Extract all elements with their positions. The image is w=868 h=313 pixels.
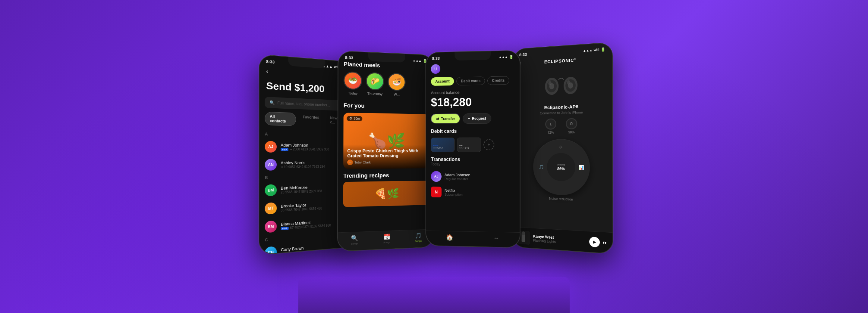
phone2-status-icons: ▲▲▲ 🔋 — [412, 58, 427, 63]
phone3-status-icons: ▲▲▲ 🔋 — [499, 55, 514, 59]
tx-item-netflix[interactable]: N Netflix Subscription — [426, 184, 520, 201]
search-icon: 🔍 — [270, 100, 275, 105]
back-button[interactable]: ‹ — [266, 68, 268, 75]
playback-controls: ▶ ⏭ — [589, 237, 608, 248]
tab-credits[interactable]: Credits — [487, 76, 509, 85]
phone2-time: 8:33 — [345, 55, 353, 60]
balance-amount: $18,280 — [426, 94, 520, 114]
nav-music[interactable]: 🎵 Songs — [415, 232, 422, 242]
avatar-brooke: BT — [265, 202, 277, 215]
featured-title: Crispy Pesto Chicken Thighs With Grated … — [347, 148, 425, 158]
banking-tabs: Account Debit cards Credits — [426, 76, 520, 91]
phone-3: 8:33 ▲▲▲ 🔋 U Account Debit cards Credits… — [426, 50, 520, 248]
tab-account[interactable]: Account — [431, 77, 454, 86]
tab-debit-cards[interactable]: Debit cards — [456, 76, 485, 85]
calendar-nav-icon: 📅 — [383, 233, 390, 240]
card-visa-1[interactable]: VISA ****5620 — [431, 138, 455, 152]
request-icon: + — [468, 116, 470, 121]
phone3-screen: 8:33 ▲▲▲ 🔋 U Account Debit cards Credits… — [426, 50, 520, 247]
phone4-time: 8:33 — [519, 52, 527, 57]
phone4-battery: 🔋 — [601, 47, 606, 52]
p1-search-placeholder: Full name, tag, phone number... — [277, 101, 330, 107]
meal-today-label: Today — [348, 91, 358, 95]
avatar-carly: CB — [265, 246, 277, 255]
battery-right: R 90% — [566, 118, 577, 134]
music-nav-icon: 🎵 — [415, 232, 422, 239]
tx-name-netflix: Netflix — [444, 188, 463, 193]
transactions-section: Transactions Today — [426, 157, 520, 169]
battery-right-value: 90% — [568, 131, 575, 134]
volume-center[interactable]: Volume 86% — [547, 153, 575, 181]
tab-all-contacts[interactable]: All contacts — [265, 112, 296, 126]
add-card-button[interactable]: + — [484, 139, 494, 150]
brand-logo: ECLIPSONIC® — [544, 58, 576, 64]
play-button[interactable]: ▶ — [589, 237, 600, 247]
trending-title: Trending recipes — [338, 168, 433, 182]
meal-thu-img: 🌮 — [366, 72, 384, 90]
nav-search[interactable]: 🔍 Songs — [351, 235, 358, 245]
avatar-bianca: BM — [265, 220, 277, 233]
avatar-adam: AJ — [265, 141, 277, 152]
tab-favorites[interactable]: Favorites — [299, 113, 324, 127]
phones-container: 8:33 ▲▲▲ wifi 🔋 ‹ Send $1,200 🔍 Full nam… — [256, 48, 612, 265]
track-info: Kanye West Flashing Lights — [533, 234, 586, 246]
request-button[interactable]: + Request — [463, 113, 491, 124]
avatar-ben: BM — [265, 184, 277, 196]
tx-type-netflix: Subscription — [444, 193, 463, 197]
home-nav-icon[interactable]: 🏠 — [446, 234, 453, 241]
card-2[interactable]: ●● ****1227 — [457, 138, 481, 152]
tx-avatar-adam: AJ — [431, 171, 441, 182]
transfer-nav-icon[interactable]: ↔ — [493, 235, 499, 242]
timer-badge: ⏱ 30m — [347, 116, 362, 121]
meal-today-img: 🥗 — [344, 71, 362, 90]
nav-calendar[interactable]: 📅 Songs — [383, 233, 391, 244]
control-ring[interactable]: ✈ 🎵 📊 Volume 86% — [533, 139, 590, 196]
phone3-status-bar: 8:33 ▲▲▲ 🔋 — [426, 50, 520, 62]
phone-2: 8:33 ▲▲▲ 🔋 Planed meels 🥗 Today 🌮 Thuesd… — [337, 50, 434, 252]
meal-thu-label: Thuesday — [367, 92, 382, 96]
tx-info-adam: Adam Johnson Regular transfer — [444, 172, 470, 181]
author-name: Toby Clark — [354, 161, 371, 164]
user-avatar-bank[interactable]: U — [431, 64, 440, 74]
battery-row: L 72% R 90% — [513, 117, 613, 139]
signal-icon: ▲▲▲ — [322, 64, 333, 69]
meal-today[interactable]: 🥗 Today — [344, 71, 362, 95]
action-buttons: ⇄ Transfer + Request — [426, 113, 520, 129]
battery-left: L 72% — [545, 118, 556, 134]
phone3-signal: ▲▲▲ — [499, 55, 508, 59]
transfer-label: Transfer — [441, 116, 455, 121]
phone1-time: 8:33 — [266, 59, 275, 64]
wifi-ring-icon: ✈ — [559, 145, 563, 150]
meal-wed[interactable]: 🍜 W... — [388, 73, 406, 96]
nav-calendar-label: Songs — [383, 241, 391, 244]
card-logo-2: ●● — [459, 144, 479, 147]
battery-left-value: 72% — [548, 131, 554, 134]
contact-name-adam: Adam Johnson — [281, 143, 347, 148]
transfer-button[interactable]: ⇄ Transfer — [431, 113, 461, 124]
headphone-area — [513, 65, 613, 105]
volume-value: 86% — [557, 167, 565, 171]
battery-left-circle: L — [545, 118, 556, 130]
platform — [299, 277, 569, 313]
clock-icon: ⏱ — [349, 117, 352, 120]
card-overlay: Crispy Pesto Chicken Thighs With Grated … — [343, 144, 429, 169]
transfer-icon: ⇄ — [436, 117, 439, 121]
phone4-status-icons: ▲▲▲ wifi 🔋 — [583, 47, 606, 53]
request-label: Request — [472, 116, 486, 121]
tx-info-netflix: Netflix Subscription — [444, 188, 463, 196]
skip-button[interactable]: ⏭ — [602, 240, 608, 246]
meal-thuesday[interactable]: 🌮 Thuesday — [366, 72, 384, 96]
meals-scroll: 🥗 Today 🌮 Thuesday 🍜 W... — [338, 71, 433, 102]
trending-card[interactable]: 🍕🌿 — [343, 181, 429, 207]
contact-detail-adam: VISA•• 2300 4123 5541 5932 350 — [281, 147, 347, 151]
nav-music-label: Songs — [415, 240, 422, 243]
contact-info-adam: Adam Johnson VISA•• 2300 4123 5541 5932 … — [281, 143, 347, 151]
search-nav-icon: 🔍 — [351, 235, 358, 242]
tx-item-adam[interactable]: AJ Adam Johnson Regular transfer — [426, 169, 520, 185]
brand-name: ECLIPSONIC — [544, 58, 574, 64]
transactions-title: Transactions — [431, 157, 515, 163]
featured-recipe-card[interactable]: 🍗🌿 ⏱ 30m Crispy Pesto Chicken Thighs Wit… — [343, 112, 429, 169]
now-playing-bar: Kanye West Flashing Lights ▶ ⏭ — [513, 227, 613, 254]
tx-type-adam: Regular transfer — [444, 177, 470, 181]
author-avatar: TC — [347, 160, 353, 165]
